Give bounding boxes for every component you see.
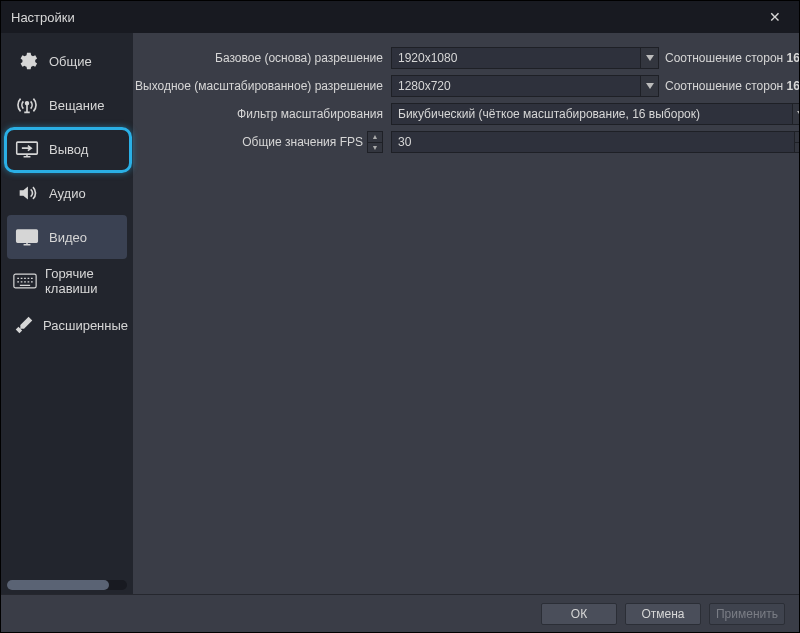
chevron-down-icon [640,76,658,96]
sidebar: Общие Вещание Вывод Аудио [1,33,133,594]
output-resolution-value: 1280x720 [398,79,451,93]
sidebar-item-video[interactable]: Видео [7,215,127,259]
base-aspect-ratio: Соотношение сторон 16:9 [665,51,799,65]
sidebar-scrollbar[interactable] [7,580,127,590]
output-resolution-combo[interactable]: 1280x720 [391,75,659,97]
sidebar-item-stream[interactable]: Вещание [7,83,127,127]
downscale-filter-combo[interactable]: Бикубический (чёткое масштабирование, 16… [391,103,799,125]
chevron-down-icon [640,48,658,68]
sidebar-item-output[interactable]: Вывод [7,127,127,171]
base-resolution-combo[interactable]: 1920x1080 [391,47,659,69]
gear-icon [13,47,41,75]
sidebar-item-label: Расширенные [43,318,128,333]
chevron-down-icon [792,104,799,124]
tools-icon [13,311,35,339]
svg-rect-2 [17,230,38,242]
sidebar-item-label: Общие [49,54,92,69]
ok-button[interactable]: ОК [541,603,617,625]
fps-label: Общие значения FPS [242,135,363,149]
fps-value: 30 [398,135,411,149]
sidebar-item-advanced[interactable]: Расширенные [7,303,127,347]
sidebar-item-label: Вывод [49,142,88,157]
sidebar-item-general[interactable]: Общие [7,39,127,83]
main-panel: Базовое (основа) разрешение 1920x1080 Со… [133,33,799,594]
base-resolution-value: 1920x1080 [398,51,457,65]
apply-button: Применить [709,603,785,625]
fps-spinner[interactable]: 30 ▲▼ [391,131,799,153]
settings-window: Настройки ✕ Общие Вещание Вывод [0,0,800,633]
keyboard-icon [13,267,37,295]
close-icon[interactable]: ✕ [761,5,789,29]
output-icon [13,135,41,163]
spinner-buttons[interactable]: ▲▼ [794,132,799,152]
sidebar-item-label: Видео [49,230,87,245]
sidebar-item-label: Вещание [49,98,105,113]
titlebar: Настройки ✕ [1,1,799,33]
speaker-icon [13,179,41,207]
window-title: Настройки [11,10,75,25]
monitor-icon [13,223,41,251]
sidebar-item-label: Горячие клавиши [45,266,127,296]
downscale-filter-value: Бикубический (чёткое масштабирование, 16… [398,107,700,121]
fps-type-stepper[interactable]: ▲▼ [367,131,383,153]
output-resolution-label: Выходное (масштабированное) разрешение [133,79,385,93]
output-aspect-ratio: Соотношение сторон 16:9 [665,79,799,93]
sidebar-item-label: Аудио [49,186,86,201]
cancel-button[interactable]: Отмена [625,603,701,625]
sidebar-item-audio[interactable]: Аудио [7,171,127,215]
antenna-icon [13,91,41,119]
downscale-filter-label: Фильтр масштабирования [133,107,385,121]
base-resolution-label: Базовое (основа) разрешение [133,51,385,65]
sidebar-item-hotkeys[interactable]: Горячие клавиши [7,259,127,303]
dialog-footer: ОК Отмена Применить [1,594,799,632]
